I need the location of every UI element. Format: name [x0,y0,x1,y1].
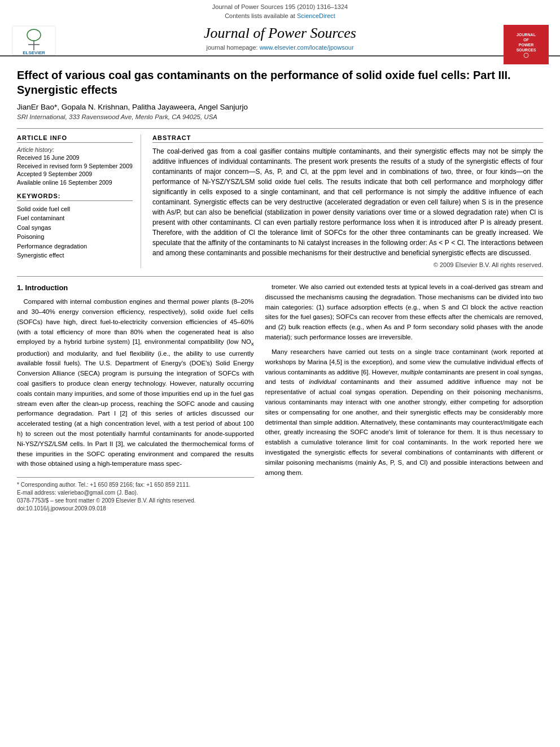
svg-point-1 [27,29,41,41]
keyword-6: Synergistic effect [17,251,133,260]
article-history-group: Article history: Received 16 June 2009 R… [17,146,133,187]
article-title: Effect of various coal gas contaminants … [17,68,543,97]
intro-para-left: Compared with internal combustion engine… [17,297,254,469]
available-online-date: Available online 16 September 2009 [17,178,133,187]
journal-meta-line: Journal of Power Sources 195 (2010) 1316… [212,3,348,10]
svg-text:OF: OF [523,38,529,42]
journal-logo-box: JOURNAL OF POWER SOURCES [504,25,549,64]
keyword-3: Coal syngas [17,223,133,233]
received-date: Received 16 June 2009 [17,154,133,162]
accepted-date: Accepted 9 September 2009 [17,170,133,178]
journal-title-row: ELSEVIER Journal of Power Sources JOURNA… [11,25,549,42]
contents-line: Contents lists available at ScienceDirec… [225,12,335,19]
received-revised-date: Received in revised form 9 September 200… [17,162,133,171]
copyright-line: © 2009 Elsevier B.V. All rights reserved… [152,261,543,268]
keyword-5: Performance degradation [17,242,133,251]
left-info-col: Article Info Article history: Received 1… [17,134,141,268]
article-info-abstract-section: Article Info Article history: Received 1… [17,128,543,268]
keyword-2: Fuel contaminant [17,213,133,223]
article-authors: JianEr Bao*, Gopala N. Krishnan, Palitha… [17,103,543,111]
footnote-star: * Corresponding author. Tel.: +1 650 859… [17,481,254,489]
keyword-4: Poisoning [17,232,133,242]
footnote-email: E-mail address: valeriebao@gmail.com (J.… [17,489,254,497]
keywords-group: Keywords: Solid oxide fuel cell Fuel con… [17,193,133,260]
homepage-url[interactable]: www.elsevier.com/locate/jpowsour [260,44,354,51]
abstract-text: The coal-derived gas from a coal gasifie… [152,146,543,258]
svg-text:SOURCES: SOURCES [517,48,536,52]
sciencedirect-link[interactable]: ScienceDirect [297,12,335,19]
keywords-header: Keywords: [17,193,133,201]
article-affiliation: SRI International, 333 Ravenswood Ave, M… [17,113,543,120]
svg-text:JOURNAL: JOURNAL [517,33,536,37]
intro-para-right-2: Many researchers have carried out tests … [265,347,543,478]
footnote-issn: 0378-7753/$ – see front matter © 2009 El… [17,497,254,505]
article-body: Effect of various coal gas contaminants … [0,56,560,524]
abstract-header: Abstract [152,134,543,143]
body-two-col: 1. Introduction Compared with internal c… [17,276,543,513]
journal-header: Journal of Power Sources 195 (2010) 1316… [0,0,560,56]
svg-text:ELSEVIER: ELSEVIER [23,50,45,55]
section1-title: 1. Introduction [17,282,254,294]
journal-main-title: Journal of Power Sources [204,25,356,42]
elsevier-logo: ELSEVIER [11,25,56,59]
body-left-col: 1. Introduction Compared with internal c… [17,282,254,513]
journal-homepage-line: journal homepage: www.elsevier.com/locat… [206,44,353,51]
footnote-section: * Corresponding author. Tel.: +1 650 859… [17,477,254,513]
footnote-doi: doi:10.1016/j.jpowsour.2009.09.018 [17,505,254,513]
body-right-col: trometer. We also carried out extended t… [265,282,543,513]
article-info-header: Article Info [17,134,133,143]
keyword-1: Solid oxide fuel cell [17,204,133,214]
history-label: Article history: [17,146,133,153]
intro-para-right-1: trometer. We also carried out extended t… [265,282,543,343]
right-abstract-col: Abstract The coal-derived gas from a coa… [152,134,543,268]
svg-text:POWER: POWER [519,43,533,47]
